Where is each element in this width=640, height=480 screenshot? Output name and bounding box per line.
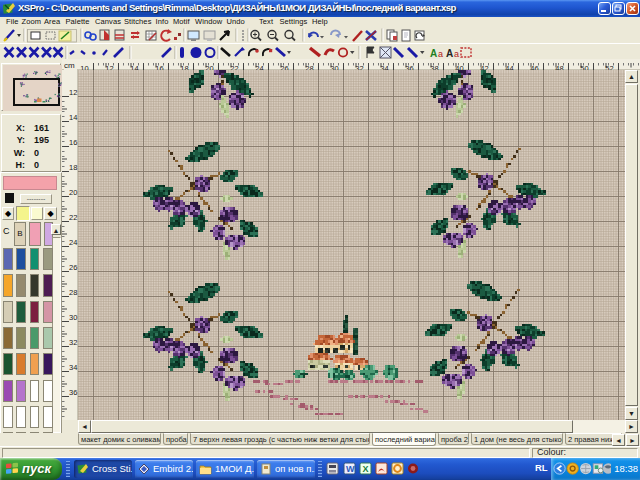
svg-text:W: W — [346, 464, 355, 474]
svg-text:A: A — [430, 48, 437, 59]
svg-text:18: 18 — [69, 163, 77, 172]
svg-text:A: A — [446, 48, 453, 59]
svg-text:34: 34 — [69, 363, 77, 372]
svg-text:16: 16 — [69, 138, 77, 147]
svg-text:22: 22 — [69, 213, 77, 222]
svg-text:26: 26 — [69, 263, 77, 272]
svg-text:20: 20 — [69, 188, 77, 197]
svg-text:28: 28 — [69, 288, 77, 297]
svg-text:30: 30 — [69, 313, 77, 322]
svg-text:a: a — [454, 49, 459, 59]
svg-text:14: 14 — [69, 113, 77, 122]
svg-text:X: X — [363, 464, 369, 474]
svg-text:12: 12 — [69, 88, 77, 97]
svg-text:36: 36 — [69, 388, 77, 397]
svg-text:a: a — [438, 49, 443, 59]
svg-text:24: 24 — [69, 238, 77, 247]
svg-text:32: 32 — [69, 338, 77, 347]
